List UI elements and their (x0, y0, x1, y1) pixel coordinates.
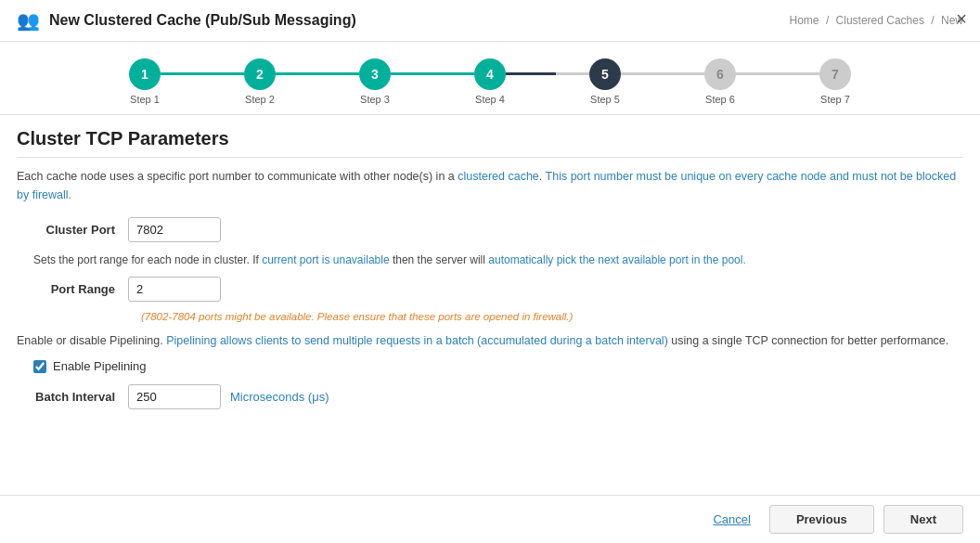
step-label-1: Step 1 (130, 94, 160, 105)
step-circle-3: 3 (359, 58, 391, 90)
enable-pipelining-checkbox[interactable] (33, 360, 46, 373)
breadcrumb-home[interactable]: Home (790, 14, 819, 27)
cluster-port-row: Cluster Port (17, 217, 963, 242)
pipelining-description: Enable or disable Pipelining. Pipelining… (17, 331, 963, 350)
step-label-3: Step 3 (360, 94, 390, 105)
batch-interval-input[interactable] (128, 384, 221, 409)
step-item-1: 1 Step 1 (129, 58, 161, 105)
cluster-port-label: Cluster Port (17, 223, 128, 237)
close-button[interactable]: × (956, 9, 967, 28)
step-label-5: Step 5 (590, 94, 620, 105)
enable-pipelining-row: Enable Pipelining (33, 359, 963, 373)
step-circle-2: 2 (244, 58, 276, 90)
cancel-button[interactable]: Cancel (703, 507, 759, 532)
header-left: 👥 New Clustered Cache (Pub/Sub Messaging… (17, 9, 356, 32)
enable-pipelining-label: Enable Pipelining (53, 359, 146, 373)
port-range-label: Port Range (17, 282, 128, 296)
step-item-6: 6 Step 6 (704, 58, 736, 105)
section-title: Cluster TCP Parameters (0, 115, 980, 157)
cluster-port-description: Each cache node uses a specific port num… (17, 167, 963, 204)
step-circle-7: 7 (819, 58, 851, 90)
breadcrumb-sep1: / (826, 14, 829, 27)
modal-title: New Clustered Cache (Pub/Sub Messaging) (49, 12, 356, 29)
step-item-7: 7 Step 7 (819, 58, 851, 105)
previous-button[interactable]: Previous (769, 505, 874, 534)
port-range-description: Sets the port range for each node in clu… (33, 252, 963, 269)
step-circle-5: 5 (589, 58, 621, 90)
step-line-4 (506, 72, 589, 75)
app-icon: 👥 (17, 9, 40, 32)
stepper: 1 Step 1 2 Step 2 3 Step 3 4 Step 4 (37, 58, 943, 105)
cluster-port-input[interactable] (128, 217, 221, 242)
step-label-4: Step 4 (475, 94, 505, 105)
step-item-4: 4 Step 4 (474, 58, 506, 105)
step-line-6 (736, 72, 819, 75)
step-circle-6: 6 (704, 58, 736, 90)
step-circle-1: 1 (129, 58, 161, 90)
step-line-5 (621, 72, 704, 75)
modal-container: 👥 New Clustered Cache (Pub/Sub Messaging… (0, 0, 980, 543)
stepper-area: 1 Step 1 2 Step 2 3 Step 3 4 Step 4 (0, 42, 980, 115)
batch-interval-row: Batch Interval Microseconds (μs) (17, 384, 963, 409)
port-range-hint: (7802-7804 ports might be available. Ple… (141, 311, 963, 322)
step-label-2: Step 2 (245, 94, 275, 105)
step-item-5: 5 Step 5 (589, 58, 621, 105)
content-area: Each cache node uses a specific port num… (0, 167, 980, 428)
breadcrumb-sep2: / (931, 14, 934, 27)
step-line-2 (276, 72, 359, 75)
breadcrumb: Home / Clustered Caches / New (790, 14, 963, 27)
modal-footer: Cancel Previous Next (0, 495, 980, 543)
step-item-3: 3 Step 3 (359, 58, 391, 105)
step-line-3 (391, 72, 474, 75)
step-item-2: 2 Step 2 (244, 58, 276, 105)
port-range-input[interactable] (128, 277, 221, 302)
step-label-6: Step 6 (705, 94, 735, 105)
port-range-row: Port Range (17, 277, 963, 302)
step-circle-4: 4 (474, 58, 506, 90)
batch-interval-label: Batch Interval (17, 390, 128, 404)
next-button[interactable]: Next (883, 505, 963, 534)
step-label-7: Step 7 (820, 94, 850, 105)
modal-header: 👥 New Clustered Cache (Pub/Sub Messaging… (0, 0, 980, 42)
batch-interval-unit: Microseconds (μs) (230, 390, 329, 404)
breadcrumb-parent[interactable]: Clustered Caches (836, 14, 924, 27)
step-line-1 (161, 72, 244, 75)
